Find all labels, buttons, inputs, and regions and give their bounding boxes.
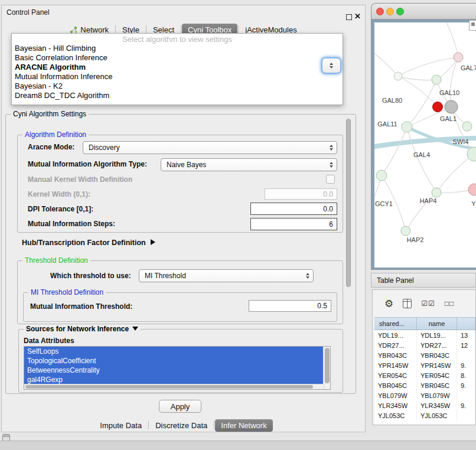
algorithm-definition-title: Algorithm Definition [22, 131, 89, 139]
float-window-icon[interactable] [346, 14, 352, 20]
which-threshold-select[interactable]: MI Threshold [139, 269, 314, 282]
table-cell: YER054C [374, 370, 417, 380]
settings-vertical-scrollbar[interactable] [345, 115, 352, 392]
scrollbar-thumb[interactable] [346, 119, 351, 287]
scrollbar-thumb[interactable] [25, 385, 313, 389]
algorithm-option[interactable]: ARACNE Algorithm [12, 63, 343, 72]
stepper-arrows-icon [330, 162, 333, 168]
mi-type-value: Naive Bayes [167, 161, 206, 169]
hub-section-toggle[interactable]: Hub/Transcription Factor Definition [22, 239, 155, 247]
attribute-item[interactable]: TopologicalCoefficient [24, 356, 323, 366]
stepper-arrows-icon [306, 273, 309, 279]
network-node[interactable] [376, 170, 387, 181]
mi-type-label: Mutual Information Algorithm Type: [28, 160, 147, 168]
tab-label: Infer Network [221, 421, 266, 430]
kernel-width-field[interactable] [265, 188, 337, 200]
table-row[interactable]: YBR043CYBR043C [374, 350, 475, 360]
algorithm-option[interactable]: Mutual Information Inference [12, 72, 343, 81]
tab-infer-network[interactable]: Infer Network [215, 419, 272, 432]
close-traffic-light-icon[interactable] [376, 8, 384, 15]
table-cell: YLR345W [417, 400, 457, 410]
network-node[interactable] [462, 122, 472, 131]
hub-section-label: Hub/Transcription Factor Definition [22, 239, 146, 247]
control-panel: Control Panel ✕ NetworkStyleSelectCyni T… [1, 5, 366, 432]
select-all-icon[interactable]: ☑☑ [421, 300, 435, 307]
bottom-tabs: Impute DataDiscretize DataInfer Network [2, 418, 365, 432]
network-icon [70, 26, 77, 34]
node-label: SWI4 [453, 138, 469, 145]
aracne-mode-select[interactable]: Discovery [83, 141, 337, 154]
table-body: YDL19...YDL19...13YDR27...YDR27...12YBR0… [374, 330, 475, 420]
which-threshold-label: Which threshold to use: [50, 272, 131, 280]
table-cell: YBR045C [374, 380, 417, 390]
network-node[interactable] [432, 188, 441, 197]
network-node[interactable] [445, 100, 458, 113]
table-panel-title: Table Panel [377, 276, 414, 285]
attribute-item[interactable]: gal4RGexp [24, 375, 323, 384]
scrollbar-thumb[interactable] [325, 348, 330, 383]
network-scrollbar-corner[interactable] [469, 20, 476, 31]
mi-type-select[interactable]: Naive Bayes [161, 158, 337, 171]
zoom-traffic-light-icon[interactable] [396, 8, 404, 15]
mi-threshold-field[interactable] [249, 300, 331, 312]
network-node[interactable] [394, 72, 402, 80]
table-toolbar: ⚙ ☑☑ □□ [373, 295, 475, 312]
algorithm-option[interactable]: Basic Correlation Inference [12, 53, 343, 63]
chevron-right-icon [151, 239, 155, 245]
network-node[interactable] [468, 184, 476, 195]
table-cell: 13 [457, 330, 475, 340]
data-attributes-label: Data Attributes [24, 337, 74, 345]
attribute-item[interactable]: BetweennessCentrality [24, 366, 323, 375]
table-row[interactable]: YBR045CYBR045C9. [374, 380, 475, 390]
table-row[interactable]: YJL053CYJL053C [374, 410, 475, 420]
table-row[interactable]: YBL079WYBL079W [374, 390, 475, 400]
network-canvas-area[interactable]: GAL7GAL80GAL10GAL11GAL1SWI4GAL4GCY1HAP4H… [374, 22, 476, 268]
attribute-list-vertical-scrollbar[interactable] [324, 347, 330, 389]
table-row[interactable]: YPR145WYPR145W9. [374, 360, 475, 370]
tab-separator [146, 25, 146, 34]
table-row[interactable]: YLR345WYLR345W9. [374, 400, 475, 410]
mi-steps-field[interactable] [250, 218, 337, 230]
network-node[interactable] [401, 226, 410, 236]
algorithm-option[interactable]: Dream8 DC_TDC Algorithm [12, 91, 343, 100]
network-window-titlebar[interactable] [371, 4, 476, 19]
network-node[interactable] [454, 53, 463, 62]
tab-label: Impute Data [100, 421, 142, 430]
attribute-item[interactable]: SelfLoops [24, 347, 323, 356]
node-label: GAL11 [377, 120, 397, 128]
tab-impute-data[interactable]: Impute Data [94, 419, 148, 432]
minimize-traffic-light-icon[interactable] [386, 8, 394, 15]
attribute-list-horizontal-scrollbar[interactable] [24, 384, 324, 389]
manual-kernel-checkbox[interactable] [326, 175, 335, 184]
algorithm-option[interactable]: Bayesian - K2 [12, 81, 343, 91]
table-cell: 12 [457, 340, 475, 350]
table-row[interactable]: YDL19...YDL19...13 [374, 330, 475, 340]
algorithm-combo-button[interactable] [321, 57, 341, 74]
network-canvas[interactable]: GAL7GAL80GAL10GAL11GAL1SWI4GAL4GCY1HAP4H… [374, 22, 476, 268]
network-view-window: GAL7GAL80GAL10GAL11GAL1SWI4GAL4GCY1HAP4H… [371, 3, 476, 270]
chevron-down-icon [132, 327, 138, 331]
sources-toggle[interactable]: Sources for Network Inference [24, 325, 141, 333]
node-label: HAP2 [407, 236, 424, 243]
tab-discretize-data[interactable]: Discretize Data [149, 419, 213, 432]
table-row[interactable]: YER054CYER054C8. [374, 370, 475, 380]
network-node[interactable] [402, 122, 412, 132]
network-node[interactable] [433, 102, 443, 112]
deselect-all-icon[interactable]: □□ [445, 300, 455, 307]
table-row[interactable]: YDR27...YDR27...12 [374, 340, 475, 350]
data-attributes-list-items: SelfLoopsTopologicalCoefficientBetweenne… [24, 347, 330, 384]
network-node[interactable] [432, 75, 441, 84]
scroll-corner-icon [471, 22, 475, 26]
table-header-cell[interactable]: name [417, 318, 457, 330]
table-header-cell[interactable] [457, 318, 475, 330]
table-cell: YJL053C [417, 410, 457, 420]
gear-icon[interactable]: ⚙ [384, 299, 393, 309]
column-selector-icon[interactable] [403, 299, 412, 308]
apply-button[interactable]: Apply [159, 400, 201, 413]
network-node[interactable] [467, 147, 476, 161]
table-cell: YPR145W [417, 360, 457, 370]
table-header-cell[interactable]: shared... [374, 318, 417, 330]
dpi-tolerance-field[interactable] [250, 203, 337, 215]
close-icon[interactable]: ✕ [354, 12, 361, 21]
algorithm-option[interactable]: Bayesian - Hill Climbing [12, 44, 343, 53]
